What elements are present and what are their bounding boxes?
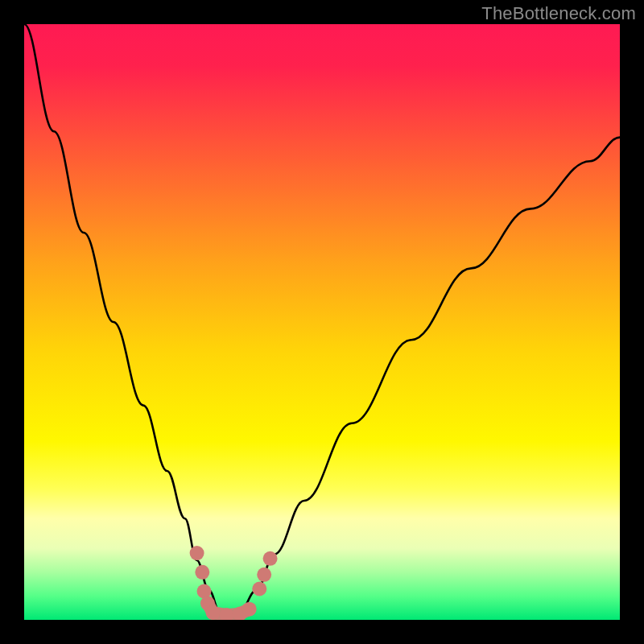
bottleneck-curve [24, 24, 620, 614]
valley-point [252, 582, 266, 597]
valley-point [242, 602, 257, 617]
valley-point [190, 546, 204, 560]
valley-point [206, 605, 221, 620]
plot-area [24, 24, 620, 620]
curve-layer [24, 24, 620, 620]
watermark-text: TheBottleneck.com [481, 3, 636, 24]
valley-point [263, 551, 278, 566]
valley-point [257, 568, 271, 582]
chart-frame: TheBottleneck.com [0, 0, 644, 644]
valley-point [195, 565, 209, 580]
